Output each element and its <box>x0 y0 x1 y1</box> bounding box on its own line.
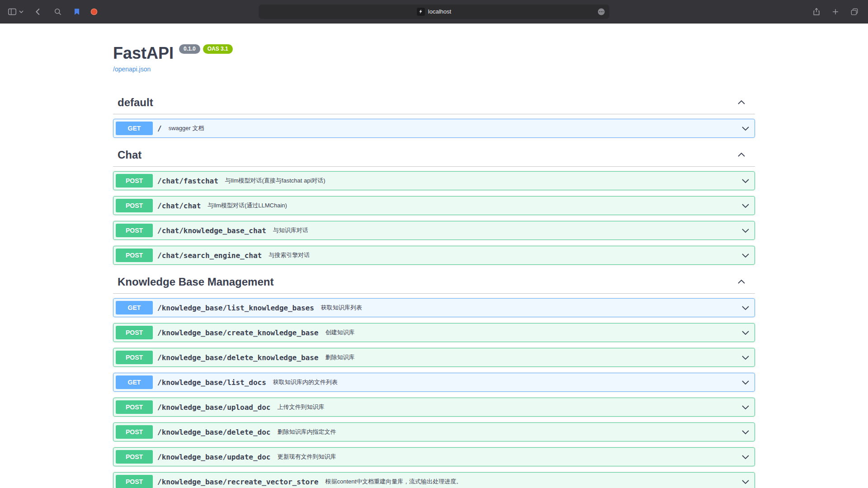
endpoint-summary[interactable]: POST /knowledge_base/create_knowledge_ba… <box>113 324 755 342</box>
browser-toolbar: localhost <box>0 0 868 23</box>
page-settings-ellipsis-icon[interactable] <box>597 7 606 16</box>
oas-badge: OAS 3.1 <box>203 44 233 54</box>
endpoint-description: 根据content中文档重建向量库，流式输出处理进度。 <box>325 478 462 486</box>
content-wrapper: FastAPI 0.1.0 OAS 3.1 /openapi.json defa… <box>104 23 764 488</box>
endpoint-row[interactable]: POST /knowledge_base/upload_doc 上传文件到知识库 <box>113 398 755 417</box>
endpoint-summary[interactable]: POST /knowledge_base/delete_knowledge_ba… <box>113 348 755 366</box>
blue-extension-icon[interactable] <box>72 7 81 16</box>
endpoint-list: POST /chat/fastchat 与llm模型对话(直接与fastchat… <box>113 167 755 265</box>
endpoint-row[interactable]: POST /knowledge_base/delete_doc 删除知识库内指定… <box>113 422 755 441</box>
share-icon[interactable] <box>812 7 821 16</box>
endpoint-description: 获取知识库内的文件列表 <box>273 378 338 386</box>
endpoint-description: 删除知识库内指定文件 <box>277 428 336 436</box>
endpoint-summary[interactable]: GET / swagger 文档 <box>113 119 755 137</box>
chevron-down-icon[interactable] <box>741 403 750 412</box>
endpoint-row[interactable]: GET /knowledge_base/list_knowledge_bases… <box>113 298 755 317</box>
endpoint-row[interactable]: GET /knowledge_base/list_docs 获取知识库内的文件列… <box>113 373 755 392</box>
endpoint-path: /chat/fastchat <box>157 177 218 185</box>
section-header[interactable]: default <box>113 91 755 114</box>
method-badge: POST <box>116 400 153 414</box>
method-badge: POST <box>116 425 153 439</box>
new-tab-icon[interactable] <box>831 7 840 16</box>
endpoint-description: swagger 文档 <box>169 124 204 132</box>
endpoint-path: /chat/chat <box>157 202 201 210</box>
orange-extension-icon[interactable] <box>90 7 99 16</box>
chevron-down-icon[interactable] <box>741 353 750 362</box>
endpoint-row[interactable]: POST /chat/search_engine_chat 与搜索引擎对话 <box>113 246 755 265</box>
endpoint-description: 与知识库对话 <box>273 226 308 235</box>
api-section-chat: Chat POST /chat/fastchat 与llm模型对话(直接与fas… <box>113 144 755 265</box>
endpoint-row[interactable]: POST /chat/fastchat 与llm模型对话(直接与fastchat… <box>113 171 755 190</box>
endpoint-list: GET /knowledge_base/list_knowledge_bases… <box>113 294 755 488</box>
endpoint-path: /chat/knowledge_base_chat <box>157 226 266 235</box>
endpoint-description: 创建知识库 <box>325 328 354 337</box>
chevron-down-icon[interactable] <box>741 378 750 387</box>
chevron-up-icon[interactable] <box>737 150 746 160</box>
endpoint-path: /knowledge_base/update_doc <box>157 453 270 461</box>
endpoint-path: / <box>157 124 162 133</box>
section-header[interactable]: Knowledge Base Management <box>113 271 755 294</box>
chevron-down-icon[interactable] <box>741 176 750 185</box>
sidebar-chevron-down-icon[interactable] <box>19 9 24 14</box>
url-text: localhost <box>428 8 451 15</box>
chevron-up-icon[interactable] <box>737 98 746 107</box>
method-badge: POST <box>116 475 153 488</box>
endpoint-row[interactable]: POST /knowledge_base/recreate_vector_sto… <box>113 472 755 488</box>
tab-overview-icon[interactable] <box>850 7 859 16</box>
endpoint-description: 获取知识库列表 <box>321 304 362 312</box>
chevron-down-icon[interactable] <box>741 226 750 235</box>
method-badge: POST <box>116 326 153 339</box>
endpoint-row[interactable]: POST /knowledge_base/update_doc 更新现有文件到知… <box>113 447 755 466</box>
method-badge: POST <box>116 450 153 464</box>
section-header[interactable]: Chat <box>113 144 755 167</box>
endpoint-row[interactable]: POST /knowledge_base/create_knowledge_ba… <box>113 323 755 342</box>
title-badges: 0.1.0 OAS 3.1 <box>179 44 233 54</box>
chevron-down-icon[interactable] <box>741 201 750 210</box>
method-badge: POST <box>116 351 153 364</box>
endpoint-summary[interactable]: POST /chat/knowledge_base_chat 与知识库对话 <box>113 221 755 239</box>
address-bar[interactable]: localhost <box>259 5 609 19</box>
endpoint-summary[interactable]: GET /knowledge_base/list_knowledge_bases… <box>113 299 755 317</box>
chevron-down-icon[interactable] <box>741 251 750 260</box>
chevron-down-icon[interactable] <box>741 303 750 312</box>
section-title: Chat <box>118 148 142 162</box>
title-row: FastAPI 0.1.0 OAS 3.1 <box>113 43 755 63</box>
chevron-down-icon[interactable] <box>741 452 750 461</box>
chevron-down-icon[interactable] <box>741 477 750 486</box>
search-icon[interactable] <box>53 7 62 16</box>
endpoint-summary[interactable]: POST /chat/fastchat 与llm模型对话(直接与fastchat… <box>113 172 755 190</box>
section-title: default <box>118 96 153 109</box>
endpoint-path: /knowledge_base/create_knowledge_base <box>157 328 318 337</box>
endpoint-row[interactable]: GET / swagger 文档 <box>113 119 755 138</box>
endpoint-summary[interactable]: GET /knowledge_base/list_docs 获取知识库内的文件列… <box>113 373 755 391</box>
endpoint-description: 上传文件到知识库 <box>277 403 324 411</box>
back-icon[interactable] <box>33 7 43 17</box>
endpoint-summary[interactable]: POST /knowledge_base/update_doc 更新现有文件到知… <box>113 448 755 466</box>
chevron-down-icon[interactable] <box>741 328 750 337</box>
endpoint-description: 与llm模型对话(直接与fastchat api对话) <box>225 177 326 185</box>
api-section-default: default GET / swagger 文档 <box>113 91 755 138</box>
endpoint-row[interactable]: POST /chat/chat 与llm模型对话(通过LLMChain) <box>113 196 755 215</box>
sidebar-icon[interactable] <box>7 7 17 17</box>
chevron-down-icon[interactable] <box>741 124 750 133</box>
endpoint-row[interactable]: POST /chat/knowledge_base_chat 与知识库对话 <box>113 221 755 240</box>
endpoint-description: 更新现有文件到知识库 <box>277 453 336 461</box>
method-badge: GET <box>116 375 153 389</box>
endpoint-path: /knowledge_base/delete_doc <box>157 428 270 436</box>
endpoint-list: GET / swagger 文档 <box>113 114 755 138</box>
endpoint-summary[interactable]: POST /chat/search_engine_chat 与搜索引擎对话 <box>113 246 755 264</box>
chevron-up-icon[interactable] <box>737 277 746 286</box>
endpoint-description: 删除知识库 <box>325 353 354 361</box>
chevron-down-icon[interactable] <box>741 427 750 436</box>
endpoint-summary[interactable]: POST /knowledge_base/recreate_vector_sto… <box>113 473 755 488</box>
endpoint-path: /knowledge_base/upload_doc <box>157 403 270 412</box>
endpoint-row[interactable]: POST /knowledge_base/delete_knowledge_ba… <box>113 348 755 367</box>
openapi-spec-link[interactable]: /openapi.json <box>113 66 151 73</box>
api-section-knowledge-base: Knowledge Base Management GET /knowledge… <box>113 271 755 488</box>
endpoint-summary[interactable]: POST /knowledge_base/delete_doc 删除知识库内指定… <box>113 423 755 441</box>
endpoint-summary[interactable]: POST /knowledge_base/upload_doc 上传文件到知识库 <box>113 398 755 416</box>
method-badge: POST <box>116 249 153 262</box>
swagger-page: FastAPI 0.1.0 OAS 3.1 /openapi.json defa… <box>0 23 868 488</box>
endpoint-summary[interactable]: POST /chat/chat 与llm模型对话(通过LLMChain) <box>113 197 755 215</box>
toolbar-right-group <box>812 0 859 23</box>
